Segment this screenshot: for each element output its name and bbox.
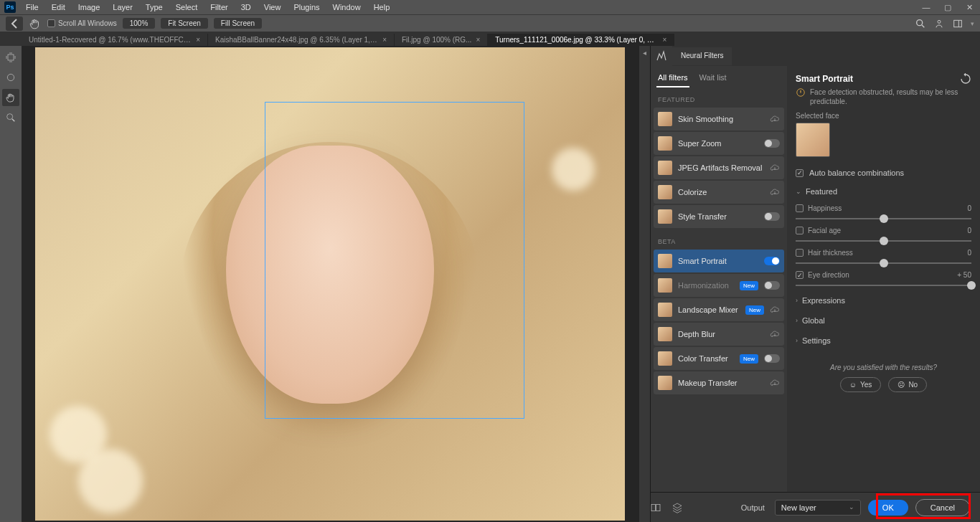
menu-help[interactable]: Help bbox=[368, 1, 396, 13]
settings-section-toggle[interactable]: ›Settings bbox=[787, 331, 980, 351]
auto-balance-checkbox[interactable]: Auto balance combinations bbox=[787, 164, 980, 181]
fill-screen-button[interactable]: Fill Screen bbox=[214, 18, 262, 29]
reset-icon[interactable] bbox=[960, 73, 971, 85]
share-icon[interactable] bbox=[933, 18, 945, 29]
filter-toggle[interactable] bbox=[764, 281, 780, 290]
filter-toggle[interactable] bbox=[764, 139, 780, 148]
menu-plugins[interactable]: Plugins bbox=[288, 1, 325, 13]
slider-thumb[interactable] bbox=[880, 214, 888, 223]
slider-hair-thickness[interactable]: Hair thickness0 bbox=[787, 246, 980, 268]
fit-screen-button[interactable]: Fit Screen bbox=[161, 18, 208, 29]
artboard-tool[interactable] bbox=[2, 49, 19, 66]
document-tab[interactable]: Fil.jpg @ 100% (RG...× bbox=[395, 34, 488, 46]
neural-filters-tab[interactable]: Neural Filters bbox=[672, 47, 732, 65]
document-tab-active[interactable]: Turners_111121_0006e.jpg @ 33.3% (Layer … bbox=[488, 34, 674, 46]
menu-3d[interactable]: 3D bbox=[235, 1, 257, 13]
back-button[interactable] bbox=[6, 16, 23, 31]
menu-view[interactable]: View bbox=[258, 1, 287, 13]
slider-track[interactable] bbox=[796, 218, 971, 219]
slider-track[interactable] bbox=[796, 285, 971, 286]
maximize-button[interactable]: ▢ bbox=[937, 0, 958, 14]
tools-panel bbox=[0, 46, 22, 522]
slider-thumb[interactable] bbox=[880, 259, 888, 267]
slider-happiness[interactable]: Happiness0 bbox=[787, 201, 980, 224]
filter-color-transfer[interactable]: Color TransferNew bbox=[654, 347, 784, 370]
filter-toggle[interactable] bbox=[764, 354, 780, 363]
slider-eye-direction[interactable]: Eye direction+ 50 bbox=[787, 268, 980, 290]
filter-thumb-icon bbox=[658, 161, 672, 175]
filter-thumb-icon bbox=[658, 136, 672, 151]
expressions-section-toggle[interactable]: ›Expressions bbox=[787, 290, 980, 310]
yes-button[interactable]: ☺Yes bbox=[840, 377, 882, 392]
menu-file[interactable]: File bbox=[20, 1, 44, 13]
zoom-level[interactable]: 100% bbox=[123, 18, 156, 29]
menu-window[interactable]: Window bbox=[327, 1, 367, 13]
minimize-button[interactable]: — bbox=[915, 0, 937, 14]
close-tab-icon[interactable]: × bbox=[662, 36, 666, 44]
ok-button[interactable]: OK bbox=[868, 500, 908, 516]
filter-jpeg-artifacts-removal[interactable]: JPEG Artifacts Removal bbox=[654, 156, 784, 179]
hand-tool[interactable] bbox=[2, 89, 19, 106]
document-tab[interactable]: KaishaBBallBanner24x48.jpg @ 6.35% (Laye… bbox=[208, 34, 395, 46]
options-bar: Scroll All Windows 100% Fit Screen Fill … bbox=[0, 14, 980, 32]
slider-facial-age[interactable]: Facial age0 bbox=[787, 224, 980, 246]
filter-toggle[interactable] bbox=[764, 257, 780, 265]
ellipse-tool[interactable] bbox=[2, 69, 19, 86]
svg-point-4 bbox=[7, 74, 14, 80]
filter-super-zoom[interactable]: Super Zoom bbox=[654, 132, 784, 155]
hand-tool-icon bbox=[29, 17, 42, 30]
cancel-button[interactable]: Cancel bbox=[915, 499, 970, 516]
slider-thumb[interactable] bbox=[967, 281, 976, 290]
canvas-area[interactable] bbox=[22, 46, 639, 522]
window-controls: — ▢ ✕ bbox=[915, 0, 980, 14]
global-section-toggle[interactable]: ›Global bbox=[787, 310, 980, 331]
filter-harmonization[interactable]: HarmonizationNew bbox=[654, 274, 784, 297]
selected-face-thumbnail[interactable] bbox=[796, 123, 830, 157]
filter-thumb-icon bbox=[658, 254, 672, 268]
layers-icon[interactable] bbox=[672, 502, 683, 513]
menu-bar: Ps File Edit Image Layer Type Select Fil… bbox=[0, 0, 980, 14]
document-tab[interactable]: Untitled-1-Recovered @ 16.7% (www.THEOFF… bbox=[22, 34, 208, 46]
filter-name: Colorize bbox=[678, 188, 764, 196]
search-icon[interactable] bbox=[915, 18, 926, 29]
workspace-icon[interactable] bbox=[952, 18, 963, 29]
collapsed-panels[interactable]: ◂ bbox=[639, 46, 650, 522]
filter-depth-blur[interactable]: Depth Blur bbox=[654, 323, 784, 346]
output-select[interactable]: New layer ⌄ bbox=[775, 500, 861, 516]
slider-checkbox[interactable] bbox=[796, 249, 804, 257]
filter-landscape-mixer[interactable]: Landscape MixerNew bbox=[654, 298, 784, 321]
menu-type[interactable]: Type bbox=[140, 1, 169, 13]
wait-list-tab[interactable]: Wait list bbox=[698, 69, 728, 87]
close-button[interactable]: ✕ bbox=[958, 0, 980, 14]
all-filters-tab[interactable]: All filters bbox=[656, 69, 689, 87]
zoom-tool[interactable] bbox=[2, 109, 19, 126]
close-tab-icon[interactable]: × bbox=[196, 36, 200, 44]
slider-track[interactable] bbox=[796, 240, 971, 242]
slider-checkbox[interactable] bbox=[796, 271, 804, 279]
scroll-all-windows-checkbox[interactable]: Scroll All Windows bbox=[47, 19, 117, 27]
slider-checkbox[interactable] bbox=[796, 204, 804, 212]
filter-thumb-icon bbox=[658, 303, 672, 317]
menu-layer[interactable]: Layer bbox=[107, 1, 138, 13]
close-tab-icon[interactable]: × bbox=[476, 36, 480, 44]
menu-select[interactable]: Select bbox=[170, 1, 204, 13]
menu-edit[interactable]: Edit bbox=[46, 1, 71, 13]
beta-label: BETA bbox=[651, 229, 787, 250]
featured-section-toggle[interactable]: ⌄Featured bbox=[787, 181, 980, 201]
filter-name: Depth Blur bbox=[678, 330, 764, 338]
filter-smart-portrait[interactable]: Smart Portrait bbox=[654, 250, 784, 272]
filter-thumb-icon bbox=[658, 112, 672, 126]
no-button[interactable]: ☹No bbox=[888, 377, 927, 392]
slider-track[interactable] bbox=[796, 262, 971, 264]
filter-colorize[interactable]: Colorize bbox=[654, 181, 784, 204]
filter-toggle[interactable] bbox=[764, 212, 780, 221]
preview-toggle-icon[interactable] bbox=[650, 502, 661, 513]
filter-skin-smoothing[interactable]: Skin Smoothing bbox=[654, 108, 784, 130]
slider-checkbox[interactable] bbox=[796, 227, 804, 234]
close-tab-icon[interactable]: × bbox=[382, 36, 387, 44]
filter-makeup-transfer[interactable]: Makeup Transfer bbox=[654, 371, 784, 394]
menu-filter[interactable]: Filter bbox=[204, 1, 233, 13]
menu-image[interactable]: Image bbox=[72, 1, 106, 13]
filter-style-transfer[interactable]: Style Transfer bbox=[654, 205, 784, 228]
slider-thumb[interactable] bbox=[880, 237, 888, 245]
